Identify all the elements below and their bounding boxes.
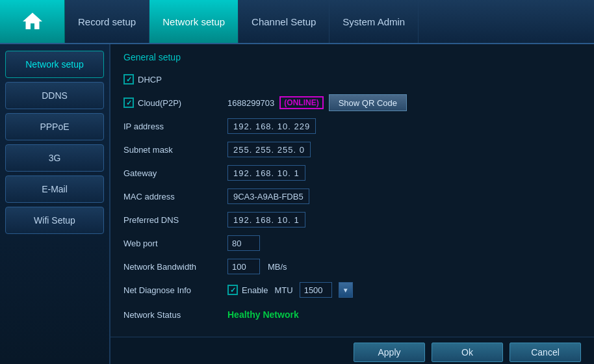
cloud-row: Cloud(P2P) 1688299703 (ONLINE) Show QR C… bbox=[123, 94, 581, 112]
ip-label: IP address bbox=[123, 122, 227, 131]
enable-checkbox[interactable] bbox=[227, 285, 238, 295]
mac-field: 9CA3-A9AB-FDB5 bbox=[227, 188, 309, 204]
cloud-value-group: 1688299703 (ONLINE) Show QR Code bbox=[227, 94, 407, 111]
dns-row: Preferred DNS 192. 168. 10. 1 bbox=[123, 211, 581, 229]
gateway-label: Gateway bbox=[123, 168, 227, 178]
cancel-button[interactable]: Cancel bbox=[510, 343, 581, 362]
bandwidth-label: Network Bandwidth bbox=[123, 262, 227, 272]
sidebar-item-network-setup[interactable]: Network setup bbox=[5, 51, 104, 78]
mtu-label: MTU bbox=[274, 285, 292, 295]
tab-admin[interactable]: System Admin bbox=[329, 0, 419, 43]
bandwidth-unit: MB/s bbox=[268, 262, 287, 272]
apply-button[interactable]: Apply bbox=[354, 343, 425, 362]
subnet-label: Subnet mask bbox=[123, 145, 227, 155]
sidebar-item-ddns[interactable]: DDNS bbox=[5, 82, 104, 109]
bottom-bar: Apply Ok Cancel bbox=[110, 337, 594, 364]
mtu-field[interactable]: 1500 bbox=[300, 282, 332, 298]
bandwidth-value-group: 100 MB/s bbox=[227, 259, 287, 274]
mac-value-group: 9CA3-A9AB-FDB5 bbox=[227, 188, 309, 204]
dns-label: Preferred DNS bbox=[123, 215, 227, 225]
cloud-checkbox[interactable] bbox=[123, 98, 134, 108]
tab-channel[interactable]: Channel Setup bbox=[239, 0, 329, 43]
webport-value-group: 80 bbox=[227, 235, 260, 251]
dns-value-group: 192. 168. 10. 1 bbox=[227, 212, 305, 228]
diagnose-row: Net Diagnose Info Enable MTU 1500 ▼ bbox=[123, 281, 581, 299]
network-status-label: Network Status bbox=[123, 310, 227, 320]
enable-label: Enable bbox=[242, 285, 268, 295]
ip-field[interactable]: 192. 168. 10. 229 bbox=[227, 118, 316, 134]
bandwidth-field[interactable]: 100 bbox=[227, 259, 260, 274]
mac-row: MAC address 9CA3-A9AB-FDB5 bbox=[123, 187, 581, 205]
subnet-row: Subnet mask 255. 255. 255. 0 bbox=[123, 140, 581, 159]
gateway-value-group: 192. 168. 10. 1 bbox=[227, 165, 305, 181]
webport-row: Web port 80 bbox=[123, 234, 581, 252]
form-area: DHCP Cloud(P2P) 1688299703 (ONLINE) Show… bbox=[123, 70, 581, 329]
top-navigation: Record setup Network setup Channel Setup… bbox=[0, 0, 594, 44]
network-status-row: Network Status Healthy Network bbox=[123, 306, 581, 324]
content-form: General setup DHCP Cloud(P2P) bbox=[110, 44, 594, 337]
gateway-field[interactable]: 192. 168. 10. 1 bbox=[227, 165, 305, 181]
dhcp-checkbox[interactable] bbox=[123, 74, 134, 84]
content-area: General setup DHCP Cloud(P2P) bbox=[110, 44, 594, 364]
section-title: General setup bbox=[123, 52, 581, 62]
tab-record[interactable]: Record setup bbox=[65, 0, 149, 43]
webport-field[interactable]: 80 bbox=[227, 235, 260, 251]
diagnose-value-group: Enable MTU 1500 ▼ bbox=[227, 282, 353, 298]
home-icon bbox=[21, 10, 44, 33]
sidebar-item-wifi[interactable]: Wifi Setup bbox=[5, 207, 104, 234]
cloud-checkbox-wrap[interactable]: Cloud(P2P) bbox=[123, 98, 227, 108]
diagnose-label: Net Diagnose Info bbox=[123, 285, 227, 295]
show-qr-button[interactable]: Show QR Code bbox=[329, 94, 407, 111]
ok-button[interactable]: Ok bbox=[432, 343, 503, 362]
ip-value-group: 192. 168. 10. 229 bbox=[227, 118, 316, 134]
sidebar-item-3g[interactable]: 3G bbox=[5, 144, 104, 172]
dhcp-checkbox-wrap[interactable]: DHCP bbox=[123, 74, 162, 84]
main-layout: Network setup DDNS PPPoE 3G E-Mail Wifi … bbox=[0, 44, 594, 364]
enable-checkbox-wrap[interactable]: Enable bbox=[227, 285, 268, 295]
ip-row: IP address 192. 168. 10. 229 bbox=[123, 117, 581, 135]
bandwidth-row: Network Bandwidth 100 MB/s bbox=[123, 257, 581, 276]
subnet-field[interactable]: 255. 255. 255. 0 bbox=[227, 142, 311, 157]
home-tab[interactable] bbox=[0, 0, 65, 43]
mtu-dropdown-arrow[interactable]: ▼ bbox=[339, 282, 353, 298]
cloud-status-badge: (ONLINE) bbox=[279, 96, 323, 109]
sidebar-item-email[interactable]: E-Mail bbox=[5, 176, 104, 203]
network-status-value: Healthy Network bbox=[227, 309, 299, 320]
mac-label: MAC address bbox=[123, 192, 227, 202]
tab-network[interactable]: Network setup bbox=[149, 0, 239, 43]
subnet-value-group: 255. 255. 255. 0 bbox=[227, 142, 311, 157]
dns-field[interactable]: 192. 168. 10. 1 bbox=[227, 212, 305, 228]
cloud-label: Cloud(P2P) bbox=[138, 98, 181, 108]
sidebar-item-pppoe[interactable]: PPPoE bbox=[5, 113, 104, 140]
cloud-id: 1688299703 bbox=[227, 98, 274, 108]
sidebar: Network setup DDNS PPPoE 3G E-Mail Wifi … bbox=[0, 44, 110, 364]
network-status-value-group: Healthy Network bbox=[227, 309, 299, 320]
webport-label: Web port bbox=[123, 239, 227, 248]
dhcp-label: DHCP bbox=[138, 75, 162, 84]
gateway-row: Gateway 192. 168. 10. 1 bbox=[123, 164, 581, 182]
dhcp-row: DHCP bbox=[123, 70, 581, 88]
